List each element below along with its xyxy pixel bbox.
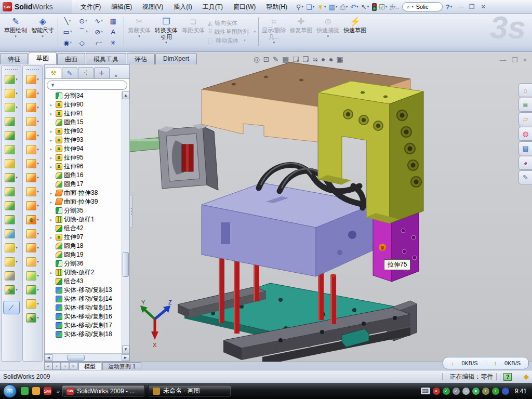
planar-surface-tool[interactable]: ▾ <box>26 143 39 156</box>
dropdown-arrow-icon[interactable]: ▾ <box>37 105 39 110</box>
tree-horizontal-scrollbar[interactable]: ◄ ► <box>45 353 129 361</box>
dropdown-arrow-icon[interactable]: ▾ <box>37 288 39 292</box>
status-help-button[interactable]: ? <box>503 373 512 381</box>
print-icon[interactable]: ⎙ ▾ <box>339 2 349 12</box>
scroll-down-arrow[interactable]: ▼ <box>122 345 129 353</box>
ruled-surface-tool[interactable]: ▾ <box>26 200 39 212</box>
expand-arrow-icon[interactable]: ▸ <box>50 102 54 108</box>
selection-box-tool-icon[interactable]: ▦▾ <box>107 16 122 26</box>
draft-tool[interactable]: ▾ <box>5 200 18 212</box>
dropdown-arrow-icon[interactable]: ▾ <box>302 5 304 9</box>
dropdown-arrow-icon[interactable]: ▾ <box>42 34 44 38</box>
apply-scene-icon[interactable]: ●▾ <box>329 55 333 63</box>
solidworks-resources-tab[interactable]: ⌂ <box>518 83 532 97</box>
delete-face-tool[interactable]: ⊗ ▾ <box>26 214 39 226</box>
toolbar-grip[interactable] <box>26 69 39 71</box>
lofted-surface-tool[interactable]: ▾ <box>26 129 39 142</box>
scrollbar-thumb[interactable] <box>67 355 85 361</box>
dropdown-arrow-icon[interactable]: ▾ <box>313 5 315 9</box>
menu-item[interactable]: 窗口(W) <box>229 1 260 13</box>
tree-vertical-scrollbar[interactable]: ▲ ▼ <box>122 91 129 353</box>
dropdown-arrow-icon[interactable]: ▾ <box>100 41 102 45</box>
boundary-surface-tool[interactable]: ▾ <box>26 101 39 114</box>
dropdown-arrow-icon[interactable]: ▾ <box>70 30 72 34</box>
dropdown-arrow-icon[interactable]: ▾ <box>324 5 326 9</box>
messenger-icon[interactable] <box>21 387 29 395</box>
dropdown-arrow-icon[interactable]: ▾ <box>273 41 275 45</box>
dropdown-arrow-icon[interactable]: ▾ <box>37 91 39 96</box>
expand-arrow-icon[interactable]: ▸ <box>50 235 54 240</box>
expand-arrow-icon[interactable]: ▸ <box>50 270 54 275</box>
dropdown-arrow-icon[interactable]: ▾ <box>37 260 39 264</box>
chamfer-tool[interactable]: ▾ <box>5 115 18 128</box>
close-button[interactable]: ✕ <box>479 3 487 10</box>
expand-arrow-icon[interactable]: ▸ <box>50 111 54 116</box>
dropdown-arrow-icon[interactable]: ▾ <box>346 5 348 9</box>
file-explorer-tab[interactable]: ▱ <box>518 112 532 126</box>
dropdown-arrow-icon[interactable]: ▾ <box>254 30 256 34</box>
split-tool[interactable]: ▾ <box>5 214 18 226</box>
rapid-sketch-button[interactable]: ⚡ 快速草图 ▾ <box>341 15 368 48</box>
surface-helix-tool[interactable]: ∿ ▾ <box>26 312 39 324</box>
toolbar-grip[interactable] <box>5 69 18 71</box>
shell-tool[interactable]: ▾ <box>5 143 18 156</box>
doc-restore-button[interactable]: ❐ <box>512 56 518 64</box>
slot-tool-icon[interactable]: ◉▾ <box>60 37 75 48</box>
feature-tree-item[interactable]: ▸ 实体-移动/复制16 <box>50 312 122 321</box>
custom-properties-tab[interactable]: ✎ <box>518 170 532 184</box>
dropdown-arrow-icon[interactable]: ▾ <box>37 218 39 222</box>
feature-tree-item[interactable]: ▸ 曲面-拉伸38 <box>50 189 122 197</box>
dropdown-arrow-icon[interactable]: ▾ <box>138 34 140 38</box>
search-dropdown-icon[interactable]: ▾ <box>411 5 414 9</box>
tab-nav-button[interactable]: › <box>61 362 69 370</box>
dropdown-arrow-icon[interactable]: ▾ <box>16 105 18 110</box>
rebuild-button[interactable] <box>371 2 378 12</box>
dropdown-arrow-icon[interactable]: ▾ <box>341 59 343 62</box>
wand-tool[interactable]: ▾ <box>26 298 39 310</box>
expand-arrow-icon[interactable]: ▸ <box>50 200 54 205</box>
dropdown-arrow-icon[interactable]: ▾ <box>327 34 329 38</box>
offset-surface-tool[interactable]: ▾ <box>26 171 39 184</box>
tab-nav-button[interactable]: » <box>69 362 77 370</box>
extruded-boss-tool[interactable]: ▾ <box>5 73 18 86</box>
feature-tree-item[interactable]: ▸ 圆角15 <box>50 118 122 127</box>
feature-tree-item[interactable]: ▸ 曲面-拉伸39 <box>50 197 122 206</box>
zoom-to-area-icon[interactable]: ⊡▾ <box>263 55 269 63</box>
trim-entities-button[interactable]: ✂ 剪裁实体 ▾ <box>126 15 153 48</box>
mirror-entities-button[interactable]: ◭ 镜向实体 ▾ <box>208 19 256 27</box>
dropdown-arrow-icon[interactable]: ▾ <box>16 246 18 250</box>
commandmanager-tab[interactable]: 曲面 <box>57 53 85 64</box>
dropdown-arrow-icon[interactable]: ▾ <box>165 41 167 45</box>
arc-tool-icon[interactable]: ⌒▾ <box>75 26 91 37</box>
search-box[interactable]: ⌕ ▾ <box>402 2 443 11</box>
menu-item[interactable]: 文件(F) <box>76 1 105 13</box>
dropdown-arrow-icon[interactable]: ▾ <box>307 59 309 62</box>
dropdown-arrow-icon[interactable]: ▾ <box>244 38 246 43</box>
thicken-tool[interactable]: ▾ <box>26 185 39 198</box>
dropdown-arrow-icon[interactable]: ▾ <box>37 316 39 320</box>
toolbox-tab[interactable]: ◍ <box>518 127 532 141</box>
document-tab[interactable]: 运动算例 1 <box>102 362 141 370</box>
sync-blocked-icon[interactable]: − <box>502 388 509 395</box>
scrollbar-thumb[interactable] <box>123 252 129 277</box>
revolved-surface-tool[interactable]: ▾ <box>26 87 39 100</box>
pin-icon[interactable]: ⚲ ▾ <box>295 2 304 12</box>
search-input[interactable] <box>415 3 438 10</box>
toolbar-overflow-label[interactable]: 步.. <box>389 3 399 11</box>
feature-tree-item[interactable]: ▸ 实体-移动/复制17 <box>50 321 122 330</box>
polygon-tool-icon[interactable]: ◇▾ <box>75 37 91 48</box>
dropdown-arrow-icon[interactable]: ▾ <box>37 77 39 82</box>
dropdown-arrow-icon[interactable]: ▾ <box>86 30 88 34</box>
dropdown-arrow-icon[interactable]: ▾ <box>385 5 388 9</box>
dropdown-arrow-icon[interactable]: ▾ <box>70 41 72 45</box>
feature-tree-item[interactable]: ▸ 实体-移动/复制15 <box>50 303 122 312</box>
move-copy-body-tool[interactable]: ▾ <box>5 228 18 240</box>
network-warning-icon[interactable]: ! <box>482 388 489 395</box>
open-icon[interactable]: ▼ ▾ <box>316 2 327 12</box>
commandmanager-tab[interactable]: 模具工具 <box>86 53 126 64</box>
feature-tree-item[interactable]: ▸ 拉伸97 <box>50 233 122 242</box>
dropdown-arrow-icon[interactable]: ▾ <box>331 59 333 62</box>
feature-tree-item[interactable]: ▸ 拉伸95 <box>50 153 122 162</box>
quick-launch-more-icon[interactable]: » <box>57 388 60 394</box>
dropdown-arrow-icon[interactable]: ▾ <box>37 148 39 152</box>
